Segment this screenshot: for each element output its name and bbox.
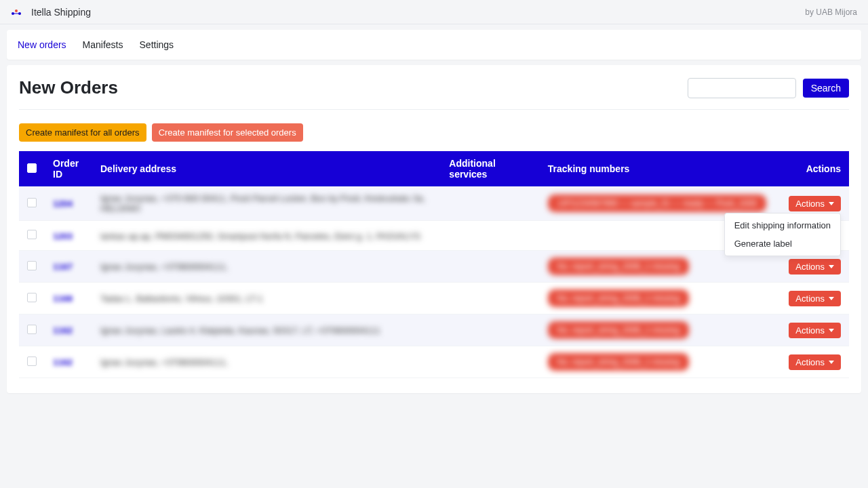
svg-rect-3 (12, 13, 20, 14)
row-checkbox[interactable] (27, 357, 37, 366)
svg-point-1 (15, 9, 18, 12)
tab-new-orders[interactable]: New orders (18, 39, 66, 50)
select-all-checkbox[interactable] (27, 163, 37, 173)
actions-button[interactable]: Actions (789, 354, 841, 370)
order-id-link[interactable]: 1162 (53, 325, 73, 336)
chevron-down-icon (829, 265, 834, 268)
delivery-address: lankas ap.ap, PM034001250, Smartpost Nor… (100, 231, 420, 241)
tracking-numbers: No. report_string_2006_1 missing (540, 283, 774, 314)
brand: Itella Shipping (11, 7, 91, 18)
chevron-down-icon (829, 329, 834, 332)
tracking-chip: No. report_string_2006_1 missing (548, 289, 689, 307)
actions-button-label: Actions (795, 262, 825, 272)
tab-panel: New orders Manifests Settings (7, 30, 861, 60)
tab-manifests[interactable]: Manifests (83, 39, 123, 50)
page-title: New Orders (19, 77, 118, 98)
delivery-address: Ignas Jucynas, Laukis 4, Klaipeda, Kauna… (100, 325, 380, 336)
create-manifest-selected-button[interactable]: Create manifest for selected orders (152, 123, 303, 142)
actions-button[interactable]: Actions (789, 291, 841, 306)
order-id-link[interactable]: 1203 (53, 231, 73, 241)
tracking-chip: JJFI1234567890 — sample_01 — ready — Pos… (548, 195, 766, 212)
tracking-chip: No. report_string_2006_1 missing (548, 353, 689, 371)
order-id-link[interactable]: 1162 (53, 357, 73, 367)
col-actions: Actions (774, 151, 849, 186)
order-id-link[interactable]: 1204 (53, 199, 73, 209)
dropdown-edit-shipping[interactable]: Edit shipping information (725, 216, 840, 235)
row-checkbox[interactable] (27, 230, 37, 239)
additional-services (441, 251, 539, 283)
actions-button[interactable]: Actions (789, 196, 841, 211)
create-manifest-all-button[interactable]: Create manifest for all orders (19, 123, 146, 142)
table-header-row: Order ID Delivery address Additional ser… (19, 151, 849, 186)
additional-services (441, 314, 539, 346)
tracking-chip: No. report_string_2006_1 missing (548, 321, 689, 339)
actions-button[interactable]: Actions (789, 259, 841, 274)
additional-services (441, 221, 539, 251)
orders-table: Order ID Delivery address Additional ser… (19, 151, 849, 378)
manifest-buttons: Create manifest for all orders Create ma… (19, 123, 849, 142)
table-row: 1162Ignas Jucynas, +370600004111,No. rep… (19, 346, 849, 378)
topbar: Itella Shipping by UAB Mijora (0, 0, 868, 24)
delivery-address: Ignas Jucynas, +370600004111, (100, 262, 228, 272)
actions-dropdown: Edit shipping information Generate label (724, 213, 841, 256)
tracking-chip: No. report_string_2006_1 missing (548, 258, 689, 275)
actions-button-label: Actions (795, 199, 825, 209)
search-area: Search (688, 78, 849, 98)
tracking-numbers: No. report_string_2006_1 missing (540, 314, 774, 346)
delivery-address: Tadas L. Baltasilonis, Vilnius, 10301, L… (100, 293, 262, 304)
row-checkbox[interactable] (27, 198, 37, 207)
brand-byline: by UAB Mijora (805, 7, 857, 17)
actions-button-label: Actions (795, 357, 825, 367)
row-checkbox[interactable] (27, 293, 37, 302)
actions-button[interactable]: Actions (789, 323, 841, 338)
row-checkbox[interactable] (27, 325, 37, 334)
col-checkbox (19, 151, 45, 186)
search-input[interactable] (688, 78, 796, 98)
col-delivery-address: Delivery address (92, 151, 441, 186)
col-order-id: Order ID (45, 151, 92, 186)
col-additional-services: Additional services (441, 151, 539, 186)
order-id-link[interactable]: 1167 (53, 262, 73, 272)
tab-settings[interactable]: Settings (140, 39, 174, 50)
delivery-address: Ignas Jucynas, +370600004111, (100, 357, 228, 367)
dropdown-generate-label[interactable]: Generate label (725, 235, 840, 253)
tracking-numbers: No. report_string_2006_1 missing (540, 346, 774, 378)
row-checkbox[interactable] (27, 261, 37, 270)
col-tracking-numbers: Tracking numbers (540, 151, 774, 186)
chevron-down-icon (829, 297, 834, 300)
actions-button-label: Actions (795, 325, 825, 336)
table-row: 1168Tadas L. Baltasilonis, Vilnius, 1030… (19, 283, 849, 314)
chevron-down-icon (829, 202, 834, 205)
additional-services (441, 283, 539, 314)
main-head: New Orders Search (19, 77, 849, 110)
chevron-down-icon (829, 361, 834, 364)
table-row: 1162Ignas Jucynas, Laukis 4, Klaipeda, K… (19, 314, 849, 346)
brand-title: Itella Shipping (31, 7, 91, 18)
additional-services (441, 346, 539, 378)
delivery-address: Ignas Jucynas, +370 600 00411, Posti Par… (100, 193, 433, 214)
search-button[interactable]: Search (803, 79, 849, 98)
order-id-link[interactable]: 1168 (53, 293, 73, 304)
actions-button-label: Actions (795, 293, 825, 304)
main-panel: New Orders Search Create manifest for al… (7, 65, 861, 393)
additional-services (441, 186, 539, 221)
itella-logo-icon (11, 7, 26, 17)
tab-nav: New orders Manifests Settings (7, 30, 861, 60)
